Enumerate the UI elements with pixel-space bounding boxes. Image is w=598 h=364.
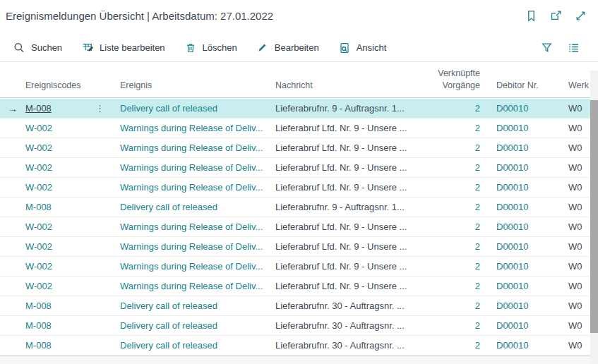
table-row[interactable]: → W-002⋮ Warnings during Release of Deli…: [0, 178, 598, 198]
bookmark-icon[interactable]: [525, 9, 537, 22]
cell-debitor-nr[interactable]: D00010: [480, 103, 548, 114]
search-button[interactable]: Suchen: [13, 42, 62, 54]
table-row[interactable]: → W-002⋮ Warnings during Release of Deli…: [0, 217, 598, 237]
cell-ereigniscode[interactable]: W-002⋮: [25, 241, 109, 252]
filter-icon[interactable]: [540, 42, 553, 54]
row-selector-cell[interactable]: →: [0, 123, 25, 134]
ereigniscode-link[interactable]: M-008: [25, 320, 52, 331]
cell-verknuepfte-vorgaenge[interactable]: 2: [429, 301, 480, 311]
column-header-verknuepfte-vorgaenge[interactable]: Verknüpfte Vorgänge: [429, 68, 480, 97]
table-row[interactable]: → W-002⋮ Warnings during Release of Deli…: [0, 158, 598, 178]
cell-verknuepfte-vorgaenge[interactable]: 2: [429, 202, 480, 212]
column-header-nachricht[interactable]: Nachricht: [275, 80, 429, 97]
cell-debitor-nr[interactable]: D00010: [480, 123, 548, 133]
table-row[interactable]: → M-008⋮ Delivery call of released Liefe…: [0, 336, 598, 356]
cell-verknuepfte-vorgaenge[interactable]: 2: [429, 281, 480, 291]
cell-ereigniscode[interactable]: W-002⋮: [25, 182, 109, 193]
row-selector-cell[interactable]: →: [0, 261, 25, 272]
cell-ereigniscode[interactable]: W-002⋮: [25, 142, 109, 153]
cell-ereigniscode[interactable]: W-002⋮: [25, 281, 109, 291]
table-row[interactable]: → W-002⋮ Warnings during Release of Deli…: [0, 138, 598, 158]
row-selector-cell[interactable]: →: [0, 340, 25, 351]
ereigniscode-link[interactable]: W-002: [25, 281, 52, 291]
edit-list-button[interactable]: Liste bearbeiten: [81, 42, 165, 54]
ereigniscode-link[interactable]: W-002: [25, 162, 52, 173]
cell-debitor-nr[interactable]: D00010: [480, 142, 548, 153]
table-row[interactable]: → W-002⋮ Warnings during Release of Deli…: [0, 119, 598, 138]
ereigniscode-link[interactable]: W-002: [25, 182, 52, 193]
cell-ereignis[interactable]: Delivery call of released: [109, 301, 275, 311]
ereigniscode-link[interactable]: W-002: [25, 222, 52, 232]
cell-ereignis[interactable]: Delivery call of released: [109, 320, 275, 331]
ereigniscode-link[interactable]: W-002: [25, 261, 52, 272]
row-selector-cell[interactable]: →: [0, 320, 25, 332]
row-selector-cell[interactable]: →: [0, 103, 25, 114]
scrollbar-thumb[interactable]: [590, 100, 598, 333]
cell-debitor-nr[interactable]: D00010: [480, 162, 548, 173]
row-selector-cell[interactable]: →: [0, 142, 25, 154]
vertical-scrollbar[interactable]: [590, 71, 598, 364]
cell-debitor-nr[interactable]: D00010: [480, 281, 548, 291]
table-row[interactable]: → W-002⋮ Warnings during Release of Deli…: [0, 237, 598, 257]
cell-ereignis[interactable]: Warnings during Release of Deliv...: [109, 241, 275, 252]
open-in-new-window-icon[interactable]: [549, 9, 562, 22]
cell-ereignis[interactable]: Warnings during Release of Deliv...: [109, 123, 275, 133]
cell-ereigniscode[interactable]: M-008⋮: [25, 103, 109, 114]
row-selector-cell[interactable]: →: [0, 182, 25, 193]
table-row[interactable]: → M-008⋮ Delivery call of released Liefe…: [0, 316, 598, 336]
row-selector-cell[interactable]: →: [0, 222, 25, 233]
ereigniscode-link[interactable]: M-008: [25, 202, 52, 212]
row-selector-cell[interactable]: →: [0, 281, 25, 292]
ereigniscode-link[interactable]: M-008: [25, 103, 52, 114]
table-row[interactable]: → M-008⋮ Delivery call of released Liefe…: [0, 296, 598, 316]
ereigniscode-link[interactable]: W-002: [25, 142, 52, 153]
cell-ereigniscode[interactable]: M-008⋮: [25, 340, 109, 351]
cell-debitor-nr[interactable]: D00010: [480, 320, 548, 331]
kebab-menu-icon[interactable]: ⋮: [95, 104, 104, 113]
ereigniscode-link[interactable]: M-008: [25, 301, 52, 311]
cell-ereigniscode[interactable]: W-002⋮: [25, 123, 109, 133]
cell-debitor-nr[interactable]: D00010: [480, 340, 548, 351]
cell-verknuepfte-vorgaenge[interactable]: 2: [429, 340, 480, 351]
cell-ereignis[interactable]: Delivery call of released: [109, 202, 275, 212]
cell-debitor-nr[interactable]: D00010: [480, 261, 548, 272]
cell-ereignis[interactable]: Warnings during Release of Deliv...: [109, 281, 275, 291]
cell-ereignis[interactable]: Warnings during Release of Deliv...: [109, 182, 275, 193]
column-header-debitor-nr[interactable]: Debitor Nr.: [480, 80, 548, 97]
edit-button[interactable]: Bearbeiten: [256, 42, 319, 54]
row-selector-cell[interactable]: →: [0, 162, 25, 174]
cell-ereigniscode[interactable]: M-008⋮: [25, 301, 109, 311]
cell-verknuepfte-vorgaenge[interactable]: 2: [429, 261, 480, 272]
row-selector-cell[interactable]: →: [0, 241, 25, 253]
cell-ereignis[interactable]: Warnings during Release of Deliv...: [109, 222, 275, 232]
table-row[interactable]: → M-008⋮ Delivery call of released Liefe…: [0, 99, 598, 119]
cell-debitor-nr[interactable]: D00010: [480, 222, 548, 232]
row-selector-cell[interactable]: →: [0, 301, 25, 312]
cell-verknuepfte-vorgaenge[interactable]: 2: [429, 142, 480, 153]
table-row[interactable]: → W-002⋮ Warnings during Release of Deli…: [0, 257, 598, 277]
cell-verknuepfte-vorgaenge[interactable]: 2: [429, 320, 480, 331]
cell-debitor-nr[interactable]: D00010: [480, 301, 548, 311]
cell-verknuepfte-vorgaenge[interactable]: 2: [429, 123, 480, 133]
table-row[interactable]: → M-008⋮ Delivery call of released Liefe…: [0, 198, 598, 217]
cell-ereigniscode[interactable]: M-008⋮: [25, 202, 109, 212]
cell-debitor-nr[interactable]: D00010: [480, 241, 548, 252]
cell-ereigniscode[interactable]: M-008⋮: [25, 320, 109, 331]
choose-columns-icon[interactable]: [567, 42, 580, 54]
cell-ereigniscode[interactable]: W-002⋮: [25, 222, 109, 232]
cell-ereignis[interactable]: Warnings during Release of Deliv...: [109, 162, 275, 173]
view-button[interactable]: Ansicht: [338, 42, 387, 54]
row-selector-cell[interactable]: →: [0, 202, 25, 213]
cell-verknuepfte-vorgaenge[interactable]: 2: [429, 162, 480, 173]
cell-ereignis[interactable]: Delivery call of released: [109, 103, 275, 114]
cell-ereignis[interactable]: Warnings during Release of Deliv...: [109, 261, 275, 272]
cell-debitor-nr[interactable]: D00010: [480, 202, 548, 212]
column-header-ereignis[interactable]: Ereignis: [109, 80, 275, 97]
ereigniscode-link[interactable]: M-008: [25, 340, 52, 351]
expand-icon[interactable]: [574, 9, 587, 22]
cell-debitor-nr[interactable]: D00010: [480, 182, 548, 193]
delete-button[interactable]: Löschen: [184, 42, 237, 54]
ereigniscode-link[interactable]: W-002: [25, 123, 52, 133]
cell-ereigniscode[interactable]: W-002⋮: [25, 261, 109, 272]
cell-ereigniscode[interactable]: W-002⋮: [25, 162, 109, 173]
